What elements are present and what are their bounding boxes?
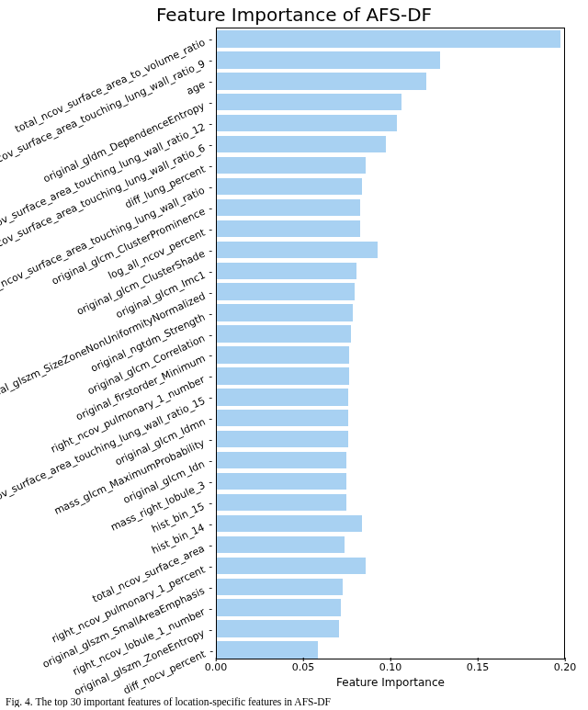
chart-title: Feature Importance of AFS-DF [0,4,588,26]
bar [217,242,378,258]
bar [217,641,318,658]
bar [217,431,348,447]
bar [217,325,351,342]
bar [217,410,348,426]
plot-area [216,28,565,659]
bar [217,136,386,152]
bar [217,452,346,468]
bar [217,367,349,384]
bar [217,389,348,405]
bar [217,599,341,615]
bar [217,579,343,595]
bar [217,620,339,637]
bar [217,178,362,195]
bar [217,304,353,321]
bar [217,94,401,110]
x-tick-label: 0.15 [467,661,490,673]
bar [217,558,366,574]
bar [217,73,426,89]
x-tick-label: 0.00 [205,661,228,673]
x-tick-label: 0.20 [554,661,577,673]
bar [217,157,366,174]
bar [217,115,397,131]
bar [217,473,346,490]
figure: Feature Importance of AFS-DF Feature Imp… [0,0,588,710]
figure-caption: Fig. 4. The top 30 important features of… [0,696,588,707]
bar [217,51,440,68]
bar [217,536,345,553]
bar [217,515,362,532]
bar [217,220,360,237]
x-tick-label: 0.10 [379,661,402,673]
bar [217,263,356,279]
x-axis-label: Feature Importance [216,676,565,689]
bar [217,494,346,511]
bar [217,346,349,363]
bar [217,30,560,47]
y-tick-label: age - [186,76,215,97]
bar [217,283,355,299]
x-tick-label: 0.05 [292,661,315,673]
bar [217,199,360,216]
